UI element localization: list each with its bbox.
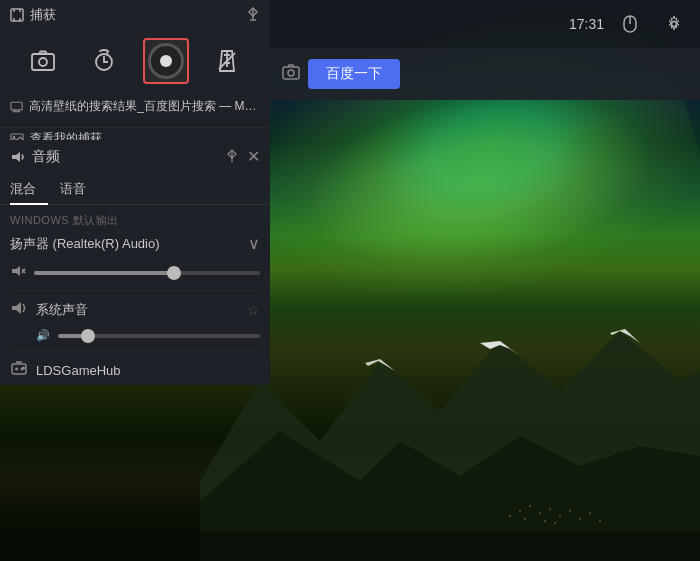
- svg-rect-52: [11, 102, 22, 110]
- svg-marker-58: [12, 152, 20, 162]
- audio-panel: 音频 ✕ 混合 语音 WINDOWS 默认输出 扬声器 (Realtek(R) …: [0, 140, 270, 385]
- system-sounds-name: 系统声音: [36, 301, 239, 319]
- mountain-background: [200, 281, 700, 561]
- svg-point-6: [519, 510, 521, 512]
- monitor-small-icon: [10, 100, 23, 114]
- browser-tab-text: 高清壁纸的搜索结果_百度图片搜索 — Mozill...: [29, 98, 260, 115]
- audio-tab-voice[interactable]: 语音: [60, 174, 98, 204]
- svg-point-16: [509, 515, 511, 517]
- system-sounds-icon: [10, 299, 28, 321]
- time-display: 17:31: [569, 16, 604, 32]
- record-btn-visual: [148, 43, 184, 79]
- svg-rect-5: [200, 531, 700, 561]
- ldsgamehub-row: LDSGameHub: [0, 351, 270, 385]
- svg-point-38: [288, 70, 294, 76]
- audio-header-icons: ✕: [225, 149, 260, 166]
- browser-address-bar: 百度一下: [270, 48, 700, 100]
- svg-point-7: [529, 505, 531, 507]
- svg-point-48: [39, 58, 47, 66]
- taskbar-right-section: 17:31: [569, 6, 692, 42]
- svg-point-13: [579, 518, 581, 520]
- master-volume-thumb[interactable]: [167, 266, 181, 280]
- ldsgamehub-icon: [10, 359, 28, 381]
- audio-panel-header: 音频 ✕: [0, 140, 270, 174]
- baidu-search-button[interactable]: 百度一下: [308, 59, 400, 89]
- svg-point-57: [13, 135, 15, 137]
- record-capture-btn[interactable]: [143, 38, 189, 84]
- browser-camera-icon: [282, 63, 300, 85]
- svg-point-71: [23, 367, 25, 369]
- svg-marker-64: [12, 302, 21, 314]
- timer-capture-btn[interactable]: [81, 38, 127, 84]
- capture-title-text: 捕获: [30, 6, 56, 24]
- svg-point-18: [599, 520, 601, 522]
- audio-tab-mixer[interactable]: 混合: [10, 174, 48, 204]
- svg-point-17: [589, 512, 591, 514]
- record-dot-visual: [160, 55, 172, 67]
- svg-point-11: [559, 515, 561, 517]
- taskbar-settings-icon[interactable]: [656, 6, 692, 42]
- svg-point-8: [539, 512, 541, 514]
- master-volume-fill: [34, 271, 174, 275]
- audio-close-icon[interactable]: ✕: [247, 149, 260, 165]
- svg-rect-47: [32, 54, 54, 70]
- system-sounds-thumb[interactable]: [81, 329, 95, 343]
- mute-icon[interactable]: [10, 263, 26, 282]
- svg-point-14: [554, 522, 556, 524]
- no-audio-capture-btn[interactable]: [204, 38, 250, 84]
- audio-tabs: 混合 语音: [0, 174, 270, 205]
- svg-rect-39: [11, 9, 23, 21]
- screenshot-capture-btn[interactable]: [20, 38, 66, 84]
- audio-pin-icon[interactable]: [225, 149, 239, 166]
- svg-marker-61: [12, 266, 20, 276]
- system-sounds-row: 系统声音 ☆: [0, 291, 270, 329]
- capture-icons-row: [0, 30, 270, 92]
- volume-mute-icon: [10, 263, 26, 279]
- audio-device-name: 扬声器 (Realtek(R) Audio): [10, 235, 160, 253]
- svg-point-15: [544, 520, 546, 522]
- svg-point-12: [569, 510, 571, 512]
- system-sounds-slider-row: 🔊: [0, 329, 270, 350]
- svg-point-9: [549, 508, 551, 510]
- master-volume-slider[interactable]: [34, 271, 260, 275]
- taskbar-mouse-icon[interactable]: [612, 6, 648, 42]
- system-sounds-slider[interactable]: [58, 334, 260, 338]
- audio-panel-title: 音频: [32, 148, 60, 166]
- system-sounds-star-icon[interactable]: ☆: [247, 302, 260, 318]
- capture-icon: [10, 8, 24, 22]
- capture-panel: 捕获: [0, 0, 270, 157]
- windows-default-output-label: WINDOWS 默认输出: [0, 205, 270, 230]
- svg-point-10: [524, 518, 526, 520]
- audio-device-row: 扬声器 (Realtek(R) Audio) ∨: [0, 230, 270, 259]
- capture-pin-icon[interactable]: [246, 7, 260, 24]
- ldsgamehub-name: LDSGameHub: [36, 363, 260, 378]
- capture-panel-header: 捕获: [0, 0, 270, 30]
- master-volume-slider-row: [0, 259, 270, 290]
- system-sounds-volume-icon: 🔊: [36, 329, 50, 342]
- browser-tab-reference[interactable]: 高清壁纸的搜索结果_百度图片搜索 — Mozill...: [0, 92, 270, 125]
- volume-small-icon: [10, 149, 26, 165]
- capture-title: 捕获: [10, 6, 56, 24]
- svg-rect-37: [283, 67, 299, 79]
- audio-title-row: 音频: [10, 148, 60, 166]
- device-dropdown-icon[interactable]: ∨: [248, 234, 260, 253]
